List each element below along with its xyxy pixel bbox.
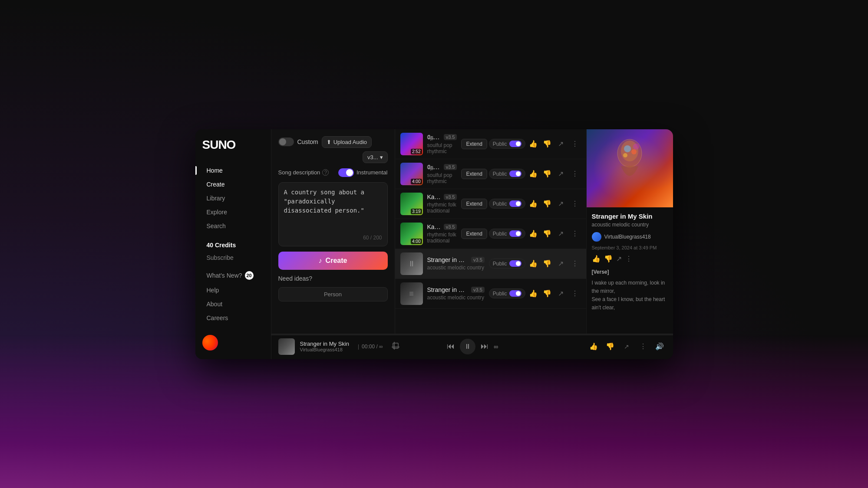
logo: SUNO (202, 138, 264, 152)
play-pause-button[interactable]: ⏸ (460, 339, 475, 354)
detail-info: Stranger in My Skin acoustic melodic cou… (587, 207, 673, 318)
player-like-button[interactable]: 👍 (587, 341, 600, 353)
table-row[interactable]: 3:19 Kaatu Kuyil v3.5 rhythmic folk trad… (395, 189, 586, 219)
player-more-button[interactable]: ⋮ (637, 341, 649, 353)
more-options-button[interactable]: ⋮ (569, 288, 581, 300)
public-toggle[interactable]: Public (489, 169, 525, 179)
sidebar-item-careers[interactable]: Careers (202, 311, 264, 324)
custom-label: Custom (297, 138, 318, 145)
create-panel: Custom ⬆ Upload Audio v3... ▾ Song descr… (271, 129, 395, 334)
upload-audio-button[interactable]: ⬆ Upload Audio (322, 136, 372, 148)
loop-button[interactable]: ∞ (494, 343, 498, 350)
create-button[interactable]: ♪ Create (278, 252, 388, 270)
extend-button[interactable]: Extend (461, 229, 487, 239)
whats-new-badge: 20 (245, 271, 254, 280)
next-button[interactable]: ⏭ (481, 342, 488, 351)
dislike-button[interactable]: 👎 (541, 138, 553, 150)
detail-like-button[interactable]: 👍 (592, 255, 601, 263)
public-toggle[interactable]: Public (489, 199, 525, 209)
user-avatar[interactable] (202, 335, 218, 350)
share-button[interactable]: ↗ (555, 198, 567, 210)
player-bar: Stranger in My Skin VirtualBluegrass418 … (271, 334, 673, 359)
chevron-down-icon: ▾ (380, 154, 383, 160)
sidebar-item-search[interactable]: Search (202, 219, 264, 233)
player-volume-button[interactable]: 🔊 (653, 341, 666, 353)
public-toggle[interactable]: Public (489, 288, 525, 298)
public-mini-toggle (509, 141, 521, 147)
version-selector[interactable]: v3... ▾ (363, 151, 388, 163)
table-row[interactable]: 4:00 Kaatu Kuyil v3.5 rhythmic folk trad… (395, 219, 586, 249)
table-row[interactable]: ≡ Stranger in My Skin v3.5 acoustic melo… (395, 279, 586, 309)
song-duration: 4:00 (411, 239, 422, 244)
like-button[interactable]: 👍 (527, 138, 539, 150)
more-options-button[interactable]: ⋮ (569, 138, 581, 150)
top-controls: Custom ⬆ Upload Audio v3... ▾ (278, 136, 388, 163)
song-title: Stranger in My Skin (427, 286, 469, 293)
more-options-button[interactable]: ⋮ (569, 258, 581, 270)
table-row[interactable]: 2:52 நேசம் v3.5 soulful pop rhythmic Ext… (395, 129, 586, 159)
share-button[interactable]: ↗ (555, 228, 567, 240)
crop-button[interactable] (392, 342, 399, 351)
dislike-button[interactable]: 👎 (541, 168, 553, 180)
share-button[interactable]: ↗ (555, 288, 567, 300)
sidebar-item-about[interactable]: About (202, 298, 264, 311)
svg-point-3 (631, 149, 637, 154)
share-button[interactable]: ↗ (555, 258, 567, 270)
upload-icon: ⬆ (327, 139, 331, 145)
song-info: Stranger in My Skin v3.5 acoustic melodi… (427, 256, 485, 271)
detail-song-title: Stranger in My Skin (592, 213, 668, 220)
extend-button[interactable]: Extend (461, 139, 487, 149)
dislike-button[interactable]: 👎 (541, 288, 553, 300)
player-dislike-button[interactable]: 👎 (604, 341, 616, 353)
like-button[interactable]: 👍 (527, 288, 539, 300)
detail-share-button[interactable]: ↗ (616, 255, 622, 263)
like-button[interactable]: 👍 (527, 168, 539, 180)
main-content: Custom ⬆ Upload Audio v3... ▾ Song descr… (271, 129, 673, 359)
subscribe-button[interactable]: Subscribe (202, 252, 264, 263)
table-row[interactable]: ⏸ Stranger in My Skin v3.5 acoustic melo… (395, 249, 586, 279)
instrumental-toggle[interactable] (338, 168, 354, 177)
need-ideas-label: Need ideas? (278, 275, 388, 282)
player-time: 00:00 / ∞ (362, 344, 383, 350)
song-genre: rhythmic folk traditional (427, 232, 457, 244)
extend-button[interactable]: Extend (461, 199, 487, 209)
sidebar-item-explore[interactable]: Explore (202, 206, 264, 219)
person-category-button[interactable]: Person (278, 287, 388, 301)
public-toggle[interactable]: Public (489, 229, 525, 239)
song-description-input[interactable]: A country song about a "paradoxically di… (284, 188, 382, 231)
previous-button[interactable]: ⏮ (447, 342, 455, 351)
sidebar-item-library[interactable]: Library (202, 192, 264, 205)
song-title: Kaatu Kuyil (427, 193, 441, 200)
song-thumbnail: 3:19 (400, 193, 423, 215)
public-toggle[interactable]: Public (489, 259, 525, 269)
like-button[interactable]: 👍 (527, 258, 539, 270)
song-thumbnail: ≡ (400, 282, 423, 305)
public-mini-toggle (509, 260, 521, 267)
sidebar-item-create[interactable]: Create (202, 178, 264, 191)
song-title: Stranger in My Skin (427, 256, 469, 263)
public-toggle[interactable]: Public (489, 139, 525, 149)
detail-dislike-button[interactable]: 👎 (604, 255, 613, 263)
public-mini-toggle (509, 230, 521, 237)
share-button[interactable]: ↗ (555, 138, 567, 150)
detail-actions: 👍 👎 ↗ ⋮ (592, 255, 668, 263)
like-button[interactable]: 👍 (527, 228, 539, 240)
dislike-button[interactable]: 👎 (541, 198, 553, 210)
player-share-button[interactable]: ↗ (620, 341, 633, 353)
extend-button[interactable]: Extend (461, 169, 487, 179)
more-options-button[interactable]: ⋮ (569, 228, 581, 240)
table-row[interactable]: 4:00 நேசம் v3.5 soulful pop rhythmic Ext… (395, 159, 586, 189)
share-button[interactable]: ↗ (555, 168, 567, 180)
detail-username[interactable]: VirtualBluegrass418 (604, 234, 651, 240)
song-actions: Extend Public 👍 👎 ↗ ⋮ (461, 168, 581, 180)
sidebar-item-home[interactable]: Home (202, 164, 264, 177)
sidebar-item-help[interactable]: Help (202, 284, 264, 297)
whats-new-item[interactable]: What's New? 20 (202, 268, 264, 283)
more-options-button[interactable]: ⋮ (569, 198, 581, 210)
dislike-button[interactable]: 👎 (541, 258, 553, 270)
custom-toggle[interactable] (278, 138, 294, 146)
detail-more-button[interactable]: ⋮ (625, 255, 632, 263)
like-button[interactable]: 👍 (527, 198, 539, 210)
dislike-button[interactable]: 👎 (541, 228, 553, 240)
more-options-button[interactable]: ⋮ (569, 168, 581, 180)
